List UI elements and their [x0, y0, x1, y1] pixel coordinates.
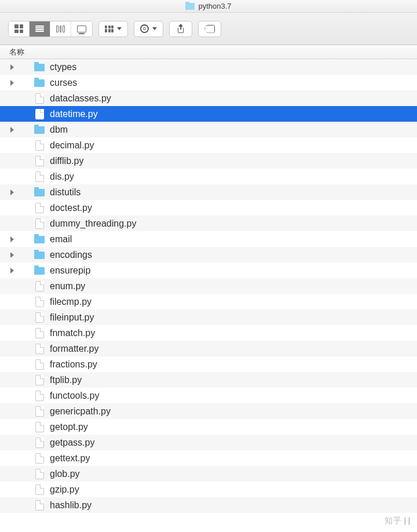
window-title: python3.7 [198, 2, 231, 10]
file-icon [34, 108, 45, 120]
column-view-button[interactable] [50, 21, 71, 37]
file-list[interactable]: ctypescursesdataclasses.pydatetime.pydbm… [0, 59, 417, 513]
gear-icon [140, 24, 149, 33]
folder-icon [34, 77, 45, 89]
icon-view-button[interactable] [9, 21, 30, 37]
column-header-name[interactable]: 名称 [0, 45, 417, 59]
file-icon [34, 140, 45, 151]
list-item[interactable]: dataclasses.py [0, 90, 417, 106]
list-item[interactable]: curses [0, 75, 417, 90]
gallery-view-icon [77, 25, 86, 32]
file-name: gzip.py [50, 484, 79, 495]
file-icon [34, 453, 45, 464]
file-icon [34, 468, 45, 480]
title-folder: python3.7 [185, 2, 231, 10]
file-name: datetime.py [50, 109, 98, 119]
file-icon [34, 171, 45, 183]
toolbar [0, 13, 417, 45]
disclosure-triangle-icon[interactable] [10, 252, 14, 258]
file-icon [34, 155, 45, 167]
disclosure-triangle-icon[interactable] [10, 64, 14, 70]
tags-button[interactable] [198, 21, 221, 37]
list-item[interactable]: doctest.py [0, 200, 417, 216]
list-item[interactable]: genericpath.py [0, 403, 417, 419]
file-icon [34, 296, 45, 308]
list-item[interactable]: ensurepip [0, 263, 417, 278]
list-item[interactable]: ctypes [0, 59, 417, 75]
list-item[interactable]: ftplib.py [0, 372, 417, 388]
folder-icon [34, 187, 45, 198]
file-name: filecmp.py [50, 297, 92, 307]
file-name: encodings [50, 250, 92, 260]
list-view-button[interactable] [30, 21, 50, 37]
file-icon [34, 218, 45, 229]
list-item[interactable]: hashlib.py [0, 497, 417, 513]
disclosure-triangle-icon[interactable] [10, 268, 14, 274]
titlebar[interactable]: python3.7 [0, 0, 417, 13]
file-name: genericpath.py [50, 406, 111, 417]
file-name: enum.py [50, 281, 85, 291]
file-name: ftplib.py [50, 375, 82, 385]
file-name: glob.py [50, 469, 80, 479]
file-icon [34, 327, 45, 339]
disclosure-triangle-icon[interactable] [10, 190, 14, 195]
column-view-icon [56, 25, 65, 32]
list-item[interactable]: encodings [0, 247, 417, 263]
list-item[interactable]: distutils [0, 184, 417, 200]
disclosure-triangle-icon[interactable] [10, 236, 14, 242]
view-mode-segment [8, 21, 93, 37]
list-item[interactable]: datetime.py [0, 106, 417, 122]
file-name: functools.py [50, 391, 99, 401]
disclosure-triangle-icon[interactable] [10, 80, 14, 86]
file-icon [34, 202, 45, 214]
list-item[interactable]: difflib.py [0, 153, 417, 169]
folder-icon [34, 234, 45, 245]
file-name: dataclasses.py [50, 93, 111, 104]
list-item[interactable]: fnmatch.py [0, 325, 417, 341]
list-item[interactable]: gettext.py [0, 450, 417, 466]
list-item[interactable]: fileinput.py [0, 309, 417, 325]
file-name: gettext.py [50, 453, 90, 464]
list-item[interactable]: dbm [0, 122, 417, 137]
file-icon [34, 406, 45, 417]
file-icon [34, 312, 45, 323]
list-item[interactable]: formatter.py [0, 341, 417, 356]
share-icon [177, 25, 185, 33]
list-item[interactable]: enum.py [0, 278, 417, 294]
watermark-text: 知乎 [385, 516, 402, 526]
file-name: dbm [50, 125, 68, 135]
share-button[interactable] [169, 21, 192, 37]
file-name: formatter.py [50, 344, 98, 354]
list-item[interactable]: email [0, 231, 417, 247]
icon-view-icon [14, 24, 23, 33]
group-by-icon [105, 25, 114, 32]
list-item[interactable]: functools.py [0, 388, 417, 403]
gallery-view-button[interactable] [71, 21, 92, 37]
file-icon [34, 437, 45, 449]
file-name: getpass.py [50, 438, 94, 448]
list-item[interactable]: getopt.py [0, 419, 417, 435]
list-item[interactable]: gzip.py [0, 482, 417, 497]
disclosure-triangle-icon[interactable] [10, 127, 14, 133]
list-item[interactable]: filecmp.py [0, 294, 417, 309]
file-name: ctypes [50, 62, 76, 72]
list-item[interactable]: dummy_threading.py [0, 216, 417, 231]
file-icon [34, 359, 45, 370]
file-icon [34, 421, 45, 433]
folder-icon [34, 265, 45, 276]
group-by-button[interactable] [98, 21, 128, 37]
list-item[interactable]: decimal.py [0, 137, 417, 153]
file-name: getopt.py [50, 422, 88, 432]
file-name: hashlib.py [50, 500, 92, 511]
list-item[interactable]: getpass.py [0, 435, 417, 450]
file-name: distutils [50, 187, 81, 198]
list-item[interactable]: fractions.py [0, 356, 417, 372]
file-name: fileinput.py [50, 312, 94, 323]
folder-icon [34, 249, 45, 261]
finder-window: python3.7 名称 ctypescursesdataclasses.pyd… [0, 0, 417, 513]
action-menu-button[interactable] [134, 21, 163, 37]
list-item[interactable]: dis.py [0, 169, 417, 184]
folder-icon [34, 61, 45, 73]
file-name: dis.py [50, 172, 74, 182]
list-item[interactable]: glob.py [0, 466, 417, 482]
